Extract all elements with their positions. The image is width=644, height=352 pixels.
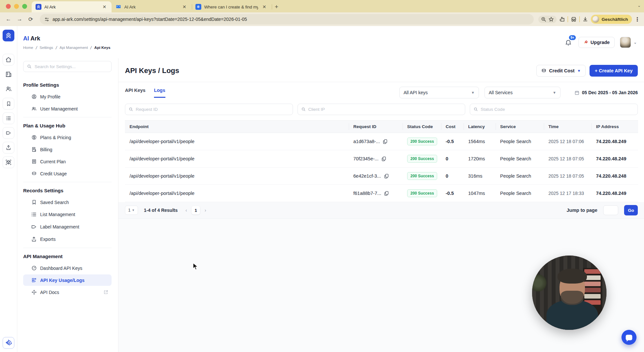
- request-id-filter[interactable]: [125, 104, 293, 115]
- cell-time: 2025 12 18 07:05: [544, 168, 591, 185]
- app-logo-icon[interactable]: [3, 30, 14, 41]
- jump-to-page-input[interactable]: [603, 205, 618, 215]
- search-icon: [27, 64, 32, 69]
- back-icon[interactable]: ←: [4, 15, 13, 24]
- tab-api-keys[interactable]: API Keys: [125, 88, 146, 98]
- people-icon[interactable]: [3, 83, 14, 95]
- close-window-button[interactable]: [6, 4, 11, 9]
- sidebar-item-plans-pricing[interactable]: Plans & Pricing: [23, 132, 112, 143]
- column-header: Request ID: [349, 120, 403, 133]
- extensions-icon[interactable]: [559, 16, 565, 22]
- home-icon[interactable]: [3, 54, 14, 66]
- sidebar-item-label: Dashboard API Keys: [40, 266, 108, 271]
- sidebar-item-my-profile[interactable]: My Profile: [23, 91, 112, 102]
- credit-cost-button[interactable]: Credit Cost ▼: [536, 65, 586, 77]
- sidebar-item-label: Current Plan: [40, 159, 108, 164]
- coin-icon: [541, 68, 546, 73]
- close-tab-icon[interactable]: ✕: [101, 4, 108, 10]
- breadcrumb-item[interactable]: Home: [23, 46, 33, 50]
- results-count: 1-4 of 4 Results: [144, 208, 178, 213]
- sidebar-item-exports[interactable]: Exports: [23, 233, 112, 245]
- cell-latency: 316ms: [464, 168, 496, 185]
- sidebar-item-current-plan[interactable]: Current Plan: [23, 156, 112, 167]
- sidebar-item-credit-usage[interactable]: Credit Usage: [23, 168, 112, 179]
- breadcrumb-item[interactable]: Api Management: [60, 46, 88, 50]
- sidebar-item-api-key-usage-logs[interactable]: API Key Usage/Logs: [23, 274, 112, 286]
- sidebar-section: Profile SettingsMy ProfileUser Managemen…: [23, 77, 112, 117]
- incognito-icon[interactable]: [571, 17, 577, 22]
- breadcrumb-item[interactable]: Api Keys: [94, 46, 110, 50]
- breadcrumb-separator: /: [90, 45, 92, 50]
- list-icon[interactable]: [3, 112, 14, 124]
- chat-launcher-button[interactable]: [621, 330, 636, 345]
- sidebar-item-dashboard-api-keys[interactable]: Dashboard API Keys: [23, 262, 112, 274]
- forward-icon[interactable]: →: [15, 15, 24, 24]
- sidebar-item-label: User Management: [40, 106, 108, 111]
- client-ip-filter[interactable]: [298, 104, 466, 115]
- bookmark-star-icon[interactable]: [548, 17, 554, 22]
- services-select[interactable]: All Services▼: [484, 87, 560, 98]
- tab-search-icon[interactable]: ⌄: [637, 3, 641, 8]
- tag-icon[interactable]: [3, 127, 14, 139]
- next-page-icon[interactable]: ›: [205, 208, 206, 213]
- new-tab-button[interactable]: +: [275, 3, 278, 10]
- request-id-value: a1d673a8-...: [353, 139, 380, 144]
- bookmark-icon[interactable]: [3, 98, 14, 110]
- page-size-select[interactable]: 1▼: [125, 206, 138, 215]
- site-settings-icon[interactable]: [44, 17, 49, 22]
- browser-tab-1[interactable]: AI Ark ✕: [32, 1, 112, 12]
- go-button[interactable]: Go: [624, 205, 638, 215]
- settings-gear-icon[interactable]: [3, 337, 14, 349]
- cube-icon[interactable]: [3, 156, 14, 168]
- copy-icon[interactable]: [382, 139, 388, 144]
- client-ip-input[interactable]: [308, 107, 462, 112]
- current-page[interactable]: 1: [192, 206, 200, 214]
- sidebar-item-billing[interactable]: Billing: [23, 144, 112, 155]
- date-range-picker[interactable]: 05 Dec 2025 - 05 Jan 2026: [566, 87, 638, 98]
- sidebar-item-list-management[interactable]: List Management: [23, 209, 112, 220]
- company-icon[interactable]: [3, 68, 14, 80]
- maximize-window-button[interactable]: [22, 4, 27, 9]
- api-keys-select[interactable]: All API keys▼: [399, 87, 479, 98]
- close-tab-icon[interactable]: ✕: [181, 4, 188, 10]
- sidebar-item-user-management[interactable]: User Management: [23, 103, 112, 114]
- sidebar-item-api-docs[interactable]: API Docs: [23, 286, 112, 298]
- cell-endpoint: /api/developer-portal/v1/people: [125, 133, 349, 150]
- status-code-input[interactable]: [481, 107, 634, 112]
- sidebar-item-label-management[interactable]: Label Management: [23, 221, 112, 233]
- reload-icon[interactable]: ⟳: [26, 15, 35, 24]
- close-tab-icon[interactable]: ✕: [261, 4, 268, 10]
- browser-tab-2[interactable]: AI Ark ✕: [112, 1, 192, 12]
- minimize-window-button[interactable]: [14, 4, 19, 9]
- create-api-key-button[interactable]: + Create API Key: [590, 65, 638, 77]
- cell-latency: 1047ms: [464, 185, 496, 202]
- breadcrumb-item[interactable]: Settings: [39, 46, 53, 50]
- sidebar-item-label: Credit Usage: [40, 171, 108, 176]
- status-code-filter[interactable]: [470, 104, 638, 115]
- breadcrumb: Home/Settings/Api Management/Api Keys: [23, 45, 110, 50]
- sidebar-item-label: Label Management: [40, 224, 108, 229]
- copy-icon[interactable]: [384, 173, 389, 179]
- download-icon[interactable]: [582, 16, 588, 22]
- copy-icon[interactable]: [381, 156, 387, 162]
- document-icon: [31, 159, 37, 164]
- prev-page-icon[interactable]: ‹: [186, 208, 187, 213]
- sidebar-search-input[interactable]: [35, 64, 108, 69]
- request-id-input[interactable]: [136, 107, 289, 112]
- cell-cost: 0: [441, 150, 464, 168]
- export-icon[interactable]: [3, 142, 14, 154]
- sidebar-search[interactable]: [23, 61, 112, 72]
- sidebar-section-title: API Management: [23, 254, 112, 259]
- upgrade-button[interactable]: Upgrade: [578, 37, 615, 48]
- browser-profile-button[interactable]: Geschäftlich: [591, 15, 632, 24]
- browser-menu-icon[interactable]: ⋮: [635, 16, 640, 23]
- sidebar-item-saved-search[interactable]: Saved Search: [23, 197, 112, 208]
- tab-logs[interactable]: Logs: [154, 88, 165, 98]
- zoom-icon[interactable]: [541, 17, 546, 22]
- notifications-bell-icon[interactable]: 9+: [563, 37, 573, 47]
- url-bar[interactable]: app.ai-ark.com/settings/api-management/a…: [40, 14, 534, 24]
- account-menu[interactable]: ⌄: [620, 37, 637, 48]
- browser-tab-3[interactable]: ❄ Where can I create & find my ✕: [192, 1, 271, 12]
- cell-status: 200 Success: [403, 185, 441, 202]
- copy-icon[interactable]: [384, 191, 389, 196]
